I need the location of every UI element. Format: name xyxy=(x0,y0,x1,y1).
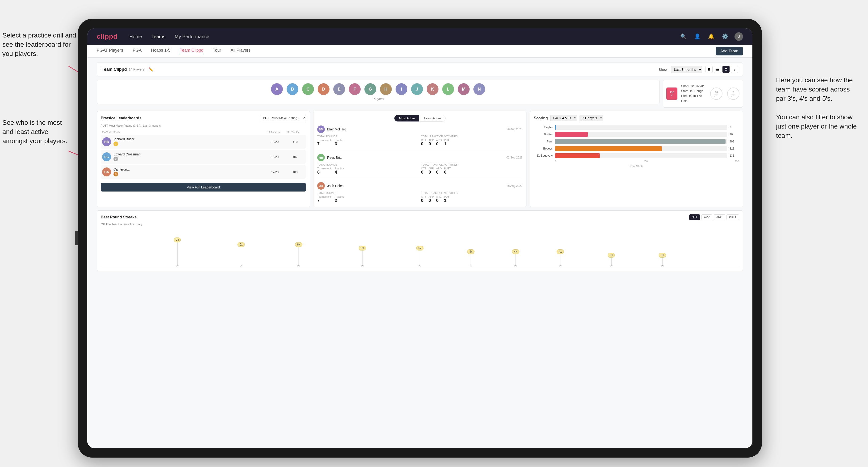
pa-total-rounds-label-2: Total Rounds xyxy=(317,191,418,194)
settings-button[interactable]: ⚙️ xyxy=(720,32,730,41)
drill-select[interactable]: PUTT Must Make Putting... xyxy=(260,115,306,121)
pa-header-2: JC Josh Coles 26 Aug 2023 xyxy=(317,182,522,190)
bar-value-pars: 499 xyxy=(730,140,739,143)
player-avatar-0[interactable]: A xyxy=(271,83,283,95)
pa-date-2: 26 Aug 2023 xyxy=(507,184,522,187)
par-filter-select[interactable]: Par 3, 4 & 5s xyxy=(550,115,577,121)
show-select[interactable]: Last 3 months xyxy=(671,66,702,73)
player-avatar-8[interactable]: I xyxy=(396,83,407,95)
pa-player-info-0: BM Blair McHarg xyxy=(317,125,346,133)
shot-dist-label: Shot Dist: 16 yds xyxy=(681,84,706,89)
nav-my-performance[interactable]: My Performance xyxy=(175,34,210,39)
sub-nav-pgat[interactable]: PGAT Players xyxy=(97,48,123,54)
pa-total-rounds-2: Total Rounds Tournament 7 Practice 2 xyxy=(317,191,418,203)
view-full-leaderboard-button[interactable]: View Full Leaderboard xyxy=(101,183,306,191)
bar-row-eagles: Eagles 3 xyxy=(534,125,739,130)
pa-total-rounds-label-1: Total Rounds xyxy=(317,163,418,166)
player-avatar-9[interactable]: J xyxy=(411,83,423,95)
player-avatar-6[interactable]: G xyxy=(365,83,376,95)
player-avatar-7[interactable]: H xyxy=(380,83,392,95)
notifications-button[interactable]: 🔔 xyxy=(707,32,716,41)
view-icons: ⊞ ☰ ⊡ ↕ xyxy=(706,66,738,73)
sub-nav-hcaps[interactable]: Hcaps 1-5 xyxy=(151,48,170,54)
shot-dist-badge: 198 yc xyxy=(666,88,677,100)
chart-footer: Total Shots xyxy=(534,165,739,168)
annotation-practice-drill: Select a practice drill and see the lead… xyxy=(2,31,78,59)
yardage-circle-1: 16 yds xyxy=(710,88,722,100)
streak-pin-label: 4x xyxy=(512,249,519,254)
pa-header-0: BM Blair McHarg 26 Aug 2023 xyxy=(317,125,522,133)
sub-nav-pga[interactable]: PGA xyxy=(132,48,142,54)
tablet-screen: clippd Home Teams My Performance 🔍 👤 🔔 ⚙… xyxy=(87,28,752,448)
pa-practice-cols-2: OTT 0 APP 0 ARG 0 xyxy=(421,195,522,203)
users-button[interactable]: 👤 xyxy=(693,32,702,41)
filter-ott[interactable]: OTT xyxy=(689,214,700,220)
pa-practice-value-0: 6 xyxy=(335,142,344,147)
edit-icon[interactable]: ✏️ xyxy=(149,67,153,72)
player-avatar-3[interactable]: D xyxy=(318,83,330,95)
pa-tournament-2: Tournament 7 xyxy=(317,195,331,203)
list-view-btn[interactable]: ☰ xyxy=(714,66,721,73)
sub-nav: PGAT Players PGA Hcaps 1-5 Team Clippd T… xyxy=(87,45,752,58)
tablet-frame: clippd Home Teams My Performance 🔍 👤 🔔 ⚙… xyxy=(78,19,762,458)
nav-home[interactable]: Home xyxy=(129,34,142,39)
lb-row-1: EC Edward Crossman 2 18/20 107 xyxy=(101,150,306,164)
sub-nav-tour[interactable]: Tour xyxy=(213,48,221,54)
filter-app[interactable]: APP xyxy=(702,214,712,220)
player-filter-select[interactable]: All Players xyxy=(580,115,603,121)
pa-arg-2: 0 xyxy=(436,198,442,203)
pa-stat-values-2: Tournament 7 Practice 2 xyxy=(317,195,418,203)
player-avatar-13[interactable]: N xyxy=(473,83,485,95)
tab-most-active[interactable]: Most Active xyxy=(394,115,420,121)
tab-least-active[interactable]: Least Active xyxy=(420,115,445,121)
nav-teams[interactable]: Teams xyxy=(151,34,165,39)
streak-pin: 6x xyxy=(295,242,302,267)
pa-avatar-0: BM xyxy=(317,125,325,133)
pa-tournament-value-2: 7 xyxy=(317,198,331,203)
bar-label-bogeys: Bogeys xyxy=(534,147,553,150)
activity-player-1: RB Rees Britt 02 Sep 2023 Total Rounds T… xyxy=(317,154,522,178)
lb-row-0: RB Richard Butler 1 19/20 110 xyxy=(101,135,306,149)
player-avatar-4[interactable]: E xyxy=(333,83,345,95)
shot-dist-value: 198 xyxy=(670,91,674,94)
pa-stat-values-1: Tournament 8 Practice 4 xyxy=(317,167,418,175)
filter-putt[interactable]: PUTT xyxy=(726,214,739,220)
show-label: Show: xyxy=(658,67,669,71)
lb-score-1: 18/20 xyxy=(266,155,284,159)
bar-value-birdies: 96 xyxy=(730,133,739,136)
pa-putt-2: 1 xyxy=(444,198,451,203)
grid-view-btn[interactable]: ⊞ xyxy=(706,66,713,73)
player-avatar-5[interactable]: F xyxy=(349,83,361,95)
sub-nav-team-clippd[interactable]: Team Clippd xyxy=(180,48,203,54)
bar-track-bogeys xyxy=(555,146,727,151)
logo: clippd xyxy=(97,33,118,40)
col-avg: PB AVG SQ xyxy=(286,130,305,133)
col-score: PB SCORE xyxy=(267,130,286,133)
player-avatar-11[interactable]: L xyxy=(442,83,454,95)
team-header: Team Clippd 14 Players ✏️ Show: Last 3 m… xyxy=(97,62,743,76)
pa-practice-cols-0: OTT 0 APP 0 ARG 0 xyxy=(421,139,522,147)
search-button[interactable]: 🔍 xyxy=(679,32,688,41)
player-avatar-1[interactable]: B xyxy=(286,83,299,95)
pa-player-info-2: JC Josh Coles xyxy=(317,182,343,190)
player-avatar-2[interactable]: C xyxy=(302,83,314,95)
streak-pin-label: 4x xyxy=(557,249,564,254)
sub-nav-all-players[interactable]: All Players xyxy=(231,48,251,54)
lb-badge-2: 3 xyxy=(114,172,118,177)
card-view-btn[interactable]: ⊡ xyxy=(722,66,730,73)
user-avatar[interactable]: U xyxy=(735,32,743,41)
team-title: Team Clippd xyxy=(102,67,127,72)
pa-app-2: 0 xyxy=(429,198,434,203)
player-avatar-10[interactable]: K xyxy=(427,83,438,95)
end-lie-label: End Lie: In The Hole xyxy=(681,94,706,103)
player-avatar-12[interactable]: M xyxy=(458,83,470,95)
pa-name-0: Blair McHarg xyxy=(327,127,346,131)
sort-btn[interactable]: ↕ xyxy=(731,66,738,73)
bar-track-birdies xyxy=(555,132,727,137)
side-button[interactable] xyxy=(75,231,78,245)
streak-pin: 4x xyxy=(467,249,474,267)
lb-avg-2: 103 xyxy=(286,170,305,174)
filter-arg[interactable]: ARG xyxy=(714,214,725,220)
add-team-button[interactable]: Add Team xyxy=(716,47,743,55)
scoring-title: Scoring xyxy=(534,116,548,120)
